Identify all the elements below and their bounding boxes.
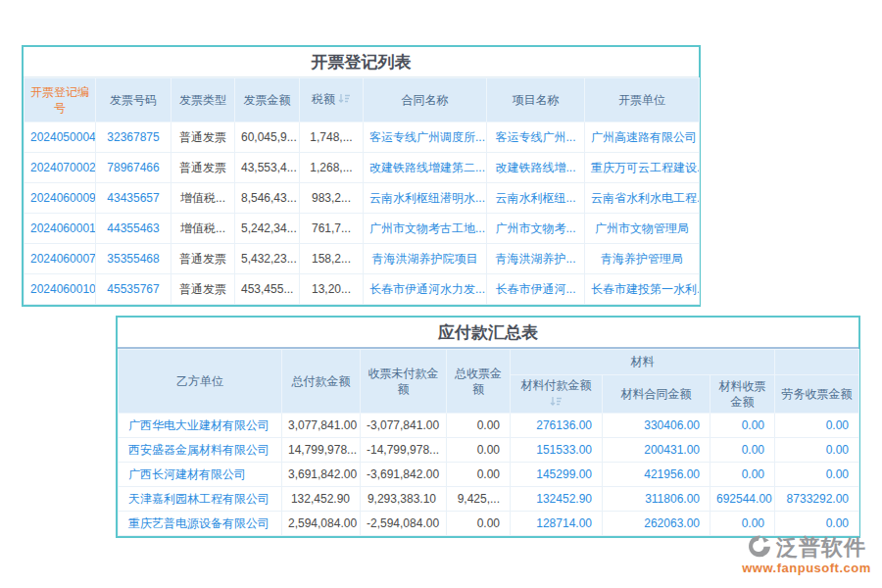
table-cell: 增值税... <box>172 183 235 214</box>
table-cell[interactable]: 262063.00 <box>603 512 710 536</box>
table-cell[interactable]: 2024060001 <box>24 214 96 244</box>
table-cell[interactable]: 青海洪湖养护... <box>487 244 585 274</box>
table-cell[interactable]: 44355463 <box>96 214 172 244</box>
table-cell: -3,691,842.00 <box>361 463 447 487</box>
column-header-project-name: 项目名称 <box>487 78 585 122</box>
column-header-received-unpaid: 收票未付款金额 <box>361 350 447 414</box>
table-cell[interactable]: 2024050004 <box>24 122 96 153</box>
table-cell[interactable]: 311806.00 <box>603 487 710 512</box>
table-cell[interactable]: 276136.00 <box>511 414 603 438</box>
table-cell[interactable]: 长春市伊通河... <box>487 274 585 305</box>
table-cell[interactable]: 天津嘉利园林工程有限公司 <box>119 487 282 512</box>
table-cell[interactable]: 云南省水利水电工程... <box>585 183 700 214</box>
table-cell[interactable]: 132452.90 <box>511 487 603 512</box>
table-cell[interactable]: 云南水利枢纽潜明水... <box>364 183 487 214</box>
table-cell[interactable]: 客运专线广州... <box>487 122 585 153</box>
table-cell[interactable]: 78967466 <box>96 153 172 183</box>
column-header-issuing-unit: 开票单位 <box>585 78 700 122</box>
table-cell[interactable]: 客运专线广州调度所... <box>364 122 487 153</box>
table-cell[interactable]: 0.00 <box>775 414 859 438</box>
table-cell[interactable]: 改建铁路线增建第二... <box>364 153 487 183</box>
sort-icon[interactable] <box>338 92 351 108</box>
table-row: 202407000278967466普通发票43,553,4...1,268,.… <box>24 153 700 183</box>
table-cell[interactable]: 43435657 <box>96 183 172 214</box>
table-cell[interactable]: 2024060009 <box>24 183 96 214</box>
table-cell: 普通发票 <box>172 274 235 305</box>
table-cell[interactable]: 151533.00 <box>511 438 603 463</box>
table-cell[interactable]: 西安盛器金属材料有限公司 <box>119 438 282 463</box>
table-cell[interactable]: 改建铁路线增... <box>487 153 585 183</box>
table-cell[interactable]: 200431.00 <box>603 438 710 463</box>
table-cell[interactable]: 长春市建投第一水利... <box>585 274 700 305</box>
table-cell: 普通发票 <box>172 153 235 183</box>
fanpu-logo-icon <box>747 533 772 563</box>
table-cell[interactable]: 广西华电大业建材有限公司 <box>119 414 282 438</box>
table-cell[interactable]: 重庆艺普电源设备有限公司 <box>119 512 282 536</box>
table-row: 202406000943435657增值税...8,546,43...983,2… <box>24 183 700 214</box>
table-cell: 普通发票 <box>172 244 235 274</box>
table-cell: 453,455... <box>235 274 300 305</box>
column-header-registration-no: 开票登记编号 <box>24 78 96 122</box>
table-cell[interactable]: 32367875 <box>96 122 172 153</box>
vendor-brand-name: 泛普软件 <box>776 533 866 563</box>
table-cell[interactable]: 0.00 <box>775 463 859 487</box>
column-group-material: 材料 <box>511 350 775 375</box>
column-header-invoice-type: 发票类型 <box>172 78 235 122</box>
table-cell[interactable]: 2024060007 <box>24 244 96 274</box>
table-cell: 0.00 <box>447 414 511 438</box>
column-header-party-b-unit: 乙方单位 <box>119 350 282 414</box>
table-cell: 132,452.90 <box>282 487 361 512</box>
table-cell[interactable]: 0.00 <box>775 438 859 463</box>
table-cell: 9,425,... <box>447 487 511 512</box>
table-row: 西安盛器金属材料有限公司14,799,978...-14,799,978...0… <box>119 438 859 463</box>
table-cell: 1,748,... <box>300 122 364 153</box>
table-cell[interactable]: 0.00 <box>775 512 859 536</box>
table-cell[interactable]: 0.00 <box>710 438 775 463</box>
payables-table-body: 广西华电大业建材有限公司3,077,841.00-3,077,841.000.0… <box>119 414 859 536</box>
table-cell[interactable]: 青海洪湖养护院项目 <box>364 244 487 274</box>
table-cell[interactable]: 0.00 <box>710 463 775 487</box>
table-cell: 增值税... <box>172 214 235 244</box>
table-cell[interactable]: 广州市文物考... <box>487 214 585 244</box>
payables-table-title: 应付款汇总表 <box>118 318 858 349</box>
invoice-registration-table: 开票登记列表 开票登记编号 发票号码 发票类型 发票金额 税额 合同名称 项目名… <box>22 45 701 307</box>
column-header-material-received-invoice: 材料收票金额 <box>710 375 775 414</box>
table-cell: 158,2... <box>300 244 364 274</box>
payables-summary-table: 应付款汇总表 乙方单位 总付款金额 收票未付款金额 总收票金额 材料 材料付款金… <box>116 316 860 538</box>
table-cell[interactable]: 2024060010 <box>24 274 96 305</box>
table-cell[interactable]: 35355468 <box>96 244 172 274</box>
table-cell[interactable]: 重庆万可云工程建设... <box>585 153 700 183</box>
table-cell[interactable]: 2024070002 <box>24 153 96 183</box>
table-cell[interactable]: 广州高速路有限公司 <box>585 122 700 153</box>
table-row: 202406000144355463增值税...5,242,34...761,7… <box>24 214 700 244</box>
table-cell[interactable]: 8733292.00 <box>775 487 859 512</box>
column-header-material-payment[interactable]: 材料付款金额 <box>511 375 603 414</box>
table-cell[interactable]: 广西长河建材有限公司 <box>119 463 282 487</box>
table-cell: 14,799,978... <box>282 438 361 463</box>
table-cell[interactable]: 长春市伊通河水力发... <box>364 274 487 305</box>
sort-icon[interactable] <box>514 395 599 411</box>
table-cell[interactable]: 128714.00 <box>511 512 603 536</box>
table-cell[interactable]: 广州市文物考古工地... <box>364 214 487 244</box>
table-cell[interactable]: 45535767 <box>96 274 172 305</box>
table-cell[interactable]: 广州市文物管理局 <box>585 214 700 244</box>
table-cell[interactable]: 145299.00 <box>511 463 603 487</box>
table-cell: 761,7... <box>300 214 364 244</box>
table-cell: 2,594,084.00 <box>282 512 361 536</box>
vendor-watermark: 泛普软件 www.fanpusoft.com <box>737 533 876 575</box>
column-header-labor-received-invoice: 劳务收票金额 <box>775 375 859 414</box>
column-header-total-payment: 总付款金额 <box>282 350 361 414</box>
table-cell[interactable]: 云南水利枢纽... <box>487 183 585 214</box>
table-cell[interactable]: 0.00 <box>710 512 775 536</box>
column-header-material-contract: 材料合同金额 <box>603 375 710 414</box>
column-header-tax-amount[interactable]: 税额 <box>300 78 364 122</box>
table-cell[interactable]: 330406.00 <box>603 414 710 438</box>
page: 开票登记列表 开票登记编号 发票号码 发票类型 发票金额 税额 合同名称 项目名… <box>0 0 882 588</box>
table-cell[interactable]: 421956.00 <box>603 463 710 487</box>
invoice-header-row: 开票登记编号 发票号码 发票类型 发票金额 税额 合同名称 项目名称 开票单位 <box>24 78 700 122</box>
table-cell: 3,077,841.00 <box>282 414 361 438</box>
table-cell[interactable]: 692544.00 <box>710 487 775 512</box>
table-cell[interactable]: 0.00 <box>710 414 775 438</box>
table-cell[interactable]: 青海养护管理局 <box>585 244 700 274</box>
table-cell: 13,20... <box>300 274 364 305</box>
